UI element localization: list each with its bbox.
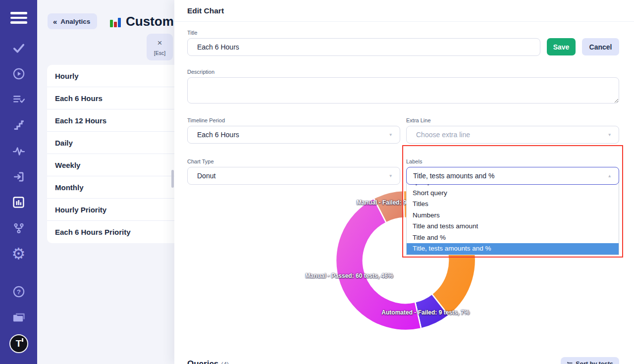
- nav-scrollbar[interactable]: [171, 170, 174, 188]
- labels-dropdown-list: QueryShort queryTitlesNumbersTitle and t…: [406, 176, 619, 255]
- close-panel-button[interactable]: × [Esc]: [147, 34, 173, 60]
- nav-item[interactable]: Weekly: [47, 154, 174, 176]
- sort-by-tests-button[interactable]: Sort by tests: [561, 357, 619, 364]
- description-label: Description: [187, 69, 619, 75]
- labels-option[interactable]: Titles: [407, 199, 619, 210]
- sort-icon: [567, 361, 573, 364]
- timeline-period-label: Timeline Period: [187, 117, 400, 123]
- app-window: ⚙ ? T « Analytics Custom × [Esc] HourlyE…: [0, 0, 634, 364]
- bar-chart-icon-active[interactable]: [10, 194, 28, 211]
- extra-line-select[interactable]: Choose extra line ▼: [406, 126, 619, 144]
- nav-item[interactable]: Hourly Priority: [47, 199, 174, 221]
- nav-item[interactable]: Monthly: [47, 176, 174, 199]
- help-circle-icon[interactable]: ?: [10, 283, 28, 301]
- chart-type-value: Donut: [197, 172, 215, 180]
- title-input[interactable]: [187, 38, 540, 56]
- queries-heading: Queries(4): [187, 359, 229, 364]
- esc-hint: [Esc]: [154, 50, 165, 56]
- queries-count: (4): [221, 361, 229, 364]
- timeline-period-select[interactable]: Each 6 Hours ▼: [187, 126, 400, 144]
- nav-item[interactable]: Each 6 Hours: [47, 87, 174, 109]
- donut-data-label: Automated - Failed: 9 tests, 7%: [381, 309, 469, 316]
- play-circle-icon[interactable]: [10, 65, 28, 83]
- chevron-down-icon: ▼: [389, 173, 393, 178]
- icon-rail: ⚙ ? T: [0, 0, 37, 364]
- labels-option[interactable]: Numbers: [407, 210, 619, 221]
- chevron-up-icon: ▲: [608, 173, 612, 178]
- activity-icon[interactable]: [10, 142, 28, 160]
- analytics-back-button[interactable]: « Analytics: [48, 13, 97, 29]
- labels-select[interactable]: Title, tests amounts and % ▲: [406, 167, 619, 185]
- cancel-button[interactable]: Cancel: [582, 38, 619, 55]
- panel-header: Edit Chart: [174, 0, 634, 22]
- nav-item[interactable]: Each 12 Hours: [47, 109, 174, 132]
- back-button-label: Analytics: [60, 18, 90, 25]
- labels-option[interactable]: Title, tests amounts and %: [407, 243, 619, 255]
- labels-option[interactable]: Title and tests amount: [407, 221, 619, 232]
- edit-chart-panel: Edit Chart Title Save Cancel Description…: [174, 0, 634, 364]
- nav-sidebar: « Analytics Custom × [Esc] HourlyEach 6 …: [37, 0, 174, 364]
- chart-type-label: Chart Type: [187, 158, 400, 164]
- nav-item[interactable]: Daily: [47, 132, 174, 154]
- gear-icon[interactable]: ⚙: [10, 245, 28, 263]
- chart-list: HourlyEach 6 HoursEach 12 HoursDailyWeek…: [47, 65, 174, 243]
- description-textarea[interactable]: [187, 77, 619, 104]
- title-label: Title: [187, 30, 619, 36]
- workspace-barchart-icon: [110, 15, 122, 27]
- chevron-down-icon: ▼: [608, 132, 612, 137]
- labels-option[interactable]: Title and %: [407, 232, 619, 244]
- close-icon: ×: [158, 39, 162, 47]
- brand-logo[interactable]: T: [9, 334, 28, 353]
- chevron-down-icon: ▼: [389, 132, 393, 137]
- git-fork-icon[interactable]: [10, 219, 28, 237]
- labels-label: Labels: [406, 158, 619, 164]
- svg-text:?: ?: [16, 288, 20, 295]
- timeline-period-value: Each 6 Hours: [197, 131, 239, 139]
- extra-line-label: Extra Line: [406, 117, 619, 123]
- extra-line-placeholder: Choose extra line: [416, 131, 470, 139]
- nav-item[interactable]: Hourly: [47, 65, 174, 87]
- menu-icon[interactable]: [10, 12, 27, 26]
- sign-in-icon[interactable]: [10, 168, 28, 186]
- panel-title: Edit Chart: [187, 6, 224, 15]
- workspace-title: Custom: [126, 14, 174, 29]
- chevrons-left-icon: «: [53, 17, 57, 26]
- save-button[interactable]: Save: [547, 38, 576, 55]
- check-icon[interactable]: [10, 39, 28, 57]
- list-check-icon[interactable]: [10, 91, 28, 108]
- steps-icon[interactable]: [10, 116, 28, 134]
- folder-icon[interactable]: [10, 309, 28, 326]
- labels-option[interactable]: Short query: [407, 188, 619, 199]
- donut-data-label: Manual - Passed: 60 tests, 46%: [306, 272, 393, 279]
- labels-select-value: Title, tests amounts and %: [413, 172, 494, 180]
- nav-item[interactable]: Each 6 Hours Priority: [47, 221, 174, 243]
